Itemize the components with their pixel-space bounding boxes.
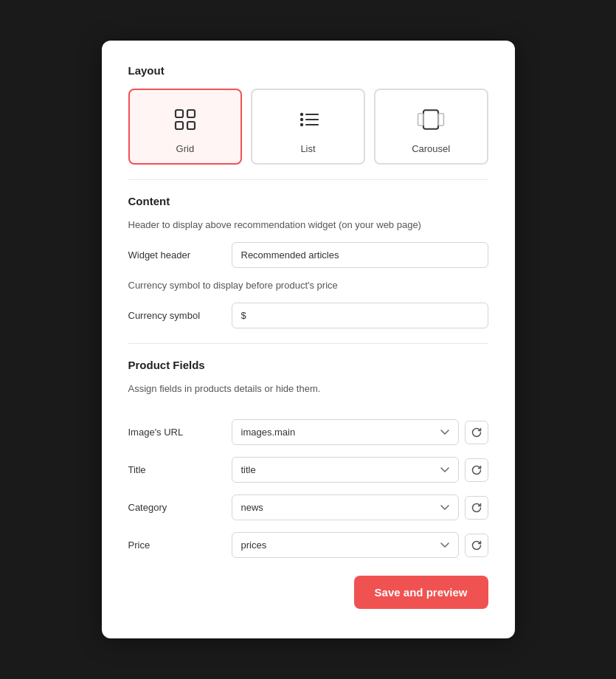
widget-header-input[interactable] bbox=[232, 242, 488, 268]
widget-header-label: Widget header bbox=[128, 249, 232, 261]
divider-2 bbox=[128, 343, 488, 344]
images-url-select-wrap: images.main bbox=[232, 419, 488, 445]
category-label: Category bbox=[128, 502, 232, 513]
title-select[interactable]: title bbox=[232, 457, 459, 483]
svg-rect-11 bbox=[418, 114, 423, 126]
title-select-wrap: title bbox=[232, 457, 488, 483]
svg-point-4 bbox=[300, 113, 302, 116]
title-reset-button[interactable] bbox=[465, 458, 488, 482]
title-row: Title title bbox=[128, 457, 488, 483]
list-icon bbox=[292, 103, 325, 136]
carousel-icon bbox=[415, 103, 447, 136]
price-reset-button[interactable] bbox=[465, 534, 488, 557]
layout-option-grid[interactable]: Grid bbox=[128, 89, 243, 165]
title-label: Title bbox=[128, 464, 232, 475]
price-select-wrap: prices bbox=[232, 532, 488, 558]
images-url-label: Image's URL bbox=[128, 427, 232, 438]
layout-option-carousel[interactable]: Carousel bbox=[374, 89, 488, 165]
save-preview-button[interactable]: Save and preview bbox=[354, 576, 488, 609]
divider-1 bbox=[128, 179, 488, 180]
currency-symbol-row: Currency symbol bbox=[128, 303, 488, 328]
images-url-row: Image's URL images.main bbox=[128, 419, 488, 445]
reset-icon bbox=[471, 427, 482, 438]
category-reset-button[interactable] bbox=[465, 496, 488, 520]
content-section-title: Content bbox=[128, 195, 488, 207]
svg-point-6 bbox=[300, 118, 302, 121]
svg-rect-3 bbox=[187, 122, 195, 129]
product-fields-desc: Assign fields in products details or hid… bbox=[128, 383, 488, 394]
category-select[interactable]: news bbox=[232, 494, 459, 520]
currency-desc: Currency symbol to display before produc… bbox=[128, 280, 488, 291]
currency-symbol-input[interactable] bbox=[232, 303, 488, 328]
carousel-label: Carousel bbox=[412, 143, 450, 154]
save-row: Save and preview bbox=[128, 576, 488, 609]
content-section: Content Header to display above recommen… bbox=[128, 195, 488, 328]
reset-icon bbox=[471, 502, 482, 514]
content-section-desc: Header to display above recommendation w… bbox=[128, 219, 488, 230]
svg-point-8 bbox=[300, 123, 302, 126]
grid-icon bbox=[169, 103, 201, 136]
layout-section: Layout Grid bbox=[128, 64, 488, 165]
layout-option-list[interactable]: List bbox=[251, 89, 365, 165]
layout-options-row: Grid List bbox=[128, 89, 488, 165]
svg-rect-1 bbox=[187, 110, 195, 117]
category-select-wrap: news bbox=[232, 494, 488, 520]
svg-rect-12 bbox=[438, 114, 443, 126]
currency-symbol-label: Currency symbol bbox=[128, 310, 232, 321]
reset-icon bbox=[471, 540, 482, 551]
price-label: Price bbox=[128, 540, 232, 551]
widget-header-row: Widget header bbox=[128, 242, 488, 268]
list-label: List bbox=[300, 143, 315, 154]
price-row: Price prices bbox=[128, 532, 488, 558]
product-fields-title: Product Fields bbox=[128, 359, 488, 371]
images-url-select[interactable]: images.main bbox=[232, 419, 459, 445]
reset-icon bbox=[471, 464, 482, 476]
product-fields-section: Product Fields Assign fields in products… bbox=[128, 359, 488, 558]
layout-section-title: Layout bbox=[128, 64, 488, 77]
svg-rect-10 bbox=[423, 110, 438, 129]
settings-panel: Layout Grid bbox=[102, 41, 515, 638]
svg-rect-2 bbox=[176, 122, 183, 129]
svg-rect-0 bbox=[176, 110, 183, 117]
category-row: Category news bbox=[128, 494, 488, 520]
price-select[interactable]: prices bbox=[232, 532, 459, 558]
images-url-reset-button[interactable] bbox=[465, 421, 488, 444]
grid-label: Grid bbox=[176, 143, 195, 154]
